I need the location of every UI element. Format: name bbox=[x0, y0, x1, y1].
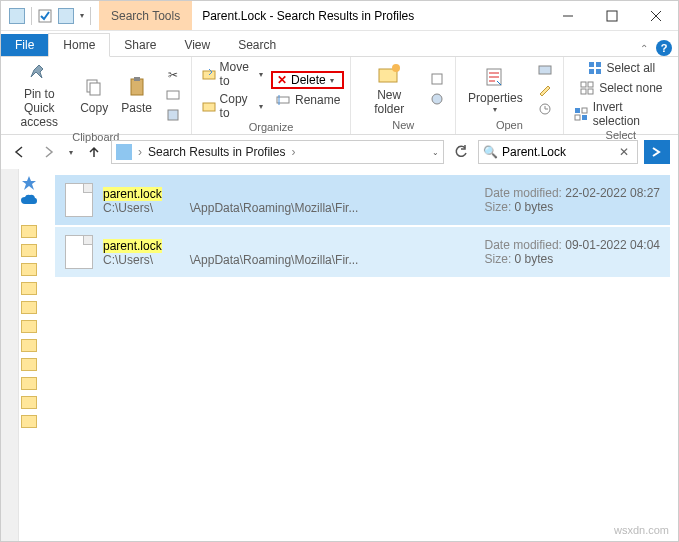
up-button[interactable] bbox=[83, 141, 105, 163]
select-none-icon bbox=[579, 80, 595, 96]
quick-access-icon[interactable] bbox=[21, 175, 37, 188]
folder-tree-item[interactable] bbox=[21, 339, 37, 352]
clear-search-icon[interactable]: ✕ bbox=[615, 145, 633, 159]
search-go-button[interactable] bbox=[644, 140, 670, 164]
select-none-button[interactable]: Select none bbox=[570, 79, 672, 97]
pin-icon bbox=[27, 61, 51, 85]
svg-rect-12 bbox=[203, 103, 215, 111]
location-icon bbox=[116, 144, 132, 160]
folder-tree-item[interactable] bbox=[21, 320, 37, 333]
file-name: parent.lock bbox=[103, 185, 475, 201]
folder-tree-item[interactable] bbox=[21, 263, 37, 276]
open-icon bbox=[537, 61, 553, 77]
window-controls bbox=[546, 1, 678, 31]
group-new: New folder New bbox=[351, 57, 456, 134]
folder-tree-item[interactable] bbox=[21, 415, 37, 428]
window-title: Parent.Lock - Search Results in Profiles bbox=[192, 9, 546, 23]
folder-tree-item[interactable] bbox=[21, 225, 37, 238]
paste-shortcut-button[interactable] bbox=[161, 106, 185, 124]
separator bbox=[90, 7, 91, 25]
svg-rect-24 bbox=[589, 69, 594, 74]
svg-rect-26 bbox=[581, 82, 586, 87]
cut-icon: ✂ bbox=[165, 67, 181, 83]
explorer-icon bbox=[9, 8, 25, 24]
delete-icon: ✕ bbox=[277, 73, 287, 87]
svg-rect-28 bbox=[581, 89, 586, 94]
maximize-button[interactable] bbox=[590, 1, 634, 31]
new-folder-icon[interactable] bbox=[58, 8, 74, 24]
qat-dropdown-icon[interactable]: ▾ bbox=[80, 11, 84, 20]
copy-button[interactable]: Copy bbox=[75, 73, 112, 117]
svg-point-18 bbox=[432, 94, 442, 104]
collapse-ribbon-icon[interactable]: ⌃ bbox=[640, 43, 648, 54]
history-button[interactable] bbox=[533, 100, 557, 118]
group-label: New bbox=[357, 119, 449, 132]
rename-button[interactable]: Rename bbox=[271, 91, 344, 109]
nav-scrollbar[interactable] bbox=[1, 169, 19, 541]
folder-tree-item[interactable] bbox=[21, 301, 37, 314]
group-organize: Move to▾ Copy to▾ ✕ Delete▾ Rename Organ… bbox=[192, 57, 352, 134]
breadcrumb-sep-icon: › bbox=[138, 145, 142, 159]
tab-share[interactable]: Share bbox=[110, 34, 170, 56]
edit-button[interactable] bbox=[533, 80, 557, 98]
svg-rect-32 bbox=[575, 115, 580, 120]
pin-to-quick-access-button[interactable]: Pin to Quick access bbox=[7, 59, 71, 131]
easy-access-button[interactable] bbox=[425, 90, 449, 108]
tab-view[interactable]: View bbox=[170, 34, 224, 56]
address-dropdown-icon[interactable]: ⌄ bbox=[432, 148, 439, 157]
file-icon bbox=[65, 183, 93, 217]
navigation-tree bbox=[19, 169, 47, 541]
separator bbox=[31, 7, 32, 25]
svg-rect-7 bbox=[131, 79, 143, 95]
invert-selection-button[interactable]: Invert selection bbox=[570, 99, 672, 129]
result-item[interactable]: parent.lock C:\Users\ \AppData\Roaming\M… bbox=[55, 175, 670, 225]
watermark: wsxdn.com bbox=[614, 524, 669, 536]
file-name: parent.lock bbox=[103, 237, 475, 253]
minimize-button[interactable] bbox=[546, 1, 590, 31]
file-meta: Date modified: 09-01-2022 04:04 Size: 0 … bbox=[485, 238, 660, 266]
cut-button[interactable]: ✂ bbox=[161, 66, 185, 84]
select-all-button[interactable]: Select all bbox=[570, 59, 672, 77]
breadcrumb[interactable]: Search Results in Profiles bbox=[148, 145, 285, 159]
help-icon[interactable]: ? bbox=[656, 40, 672, 56]
address-bar[interactable]: › Search Results in Profiles › ⌄ bbox=[111, 140, 444, 164]
title-bar: ▾ Search Tools Parent.Lock - Search Resu… bbox=[1, 1, 678, 31]
close-button[interactable] bbox=[634, 1, 678, 31]
tab-home[interactable]: Home bbox=[48, 33, 110, 57]
recent-dropdown-icon[interactable]: ▾ bbox=[65, 141, 77, 163]
forward-button[interactable] bbox=[37, 141, 59, 163]
history-icon bbox=[537, 101, 553, 117]
search-tools-context-tab[interactable]: Search Tools bbox=[99, 1, 192, 30]
new-item-button[interactable] bbox=[425, 70, 449, 88]
paste-button[interactable]: Paste bbox=[117, 73, 157, 117]
new-item-icon bbox=[429, 71, 445, 87]
move-to-button[interactable]: Move to▾ bbox=[198, 59, 267, 89]
folder-tree-item[interactable] bbox=[21, 396, 37, 409]
copy-path-button[interactable] bbox=[161, 86, 185, 104]
tab-file[interactable]: File bbox=[1, 34, 48, 56]
edit-icon bbox=[537, 81, 553, 97]
invert-selection-icon bbox=[574, 106, 589, 122]
folder-tree-item[interactable] bbox=[21, 244, 37, 257]
folder-tree-item[interactable] bbox=[21, 377, 37, 390]
group-label: Open bbox=[462, 119, 557, 132]
properties-button[interactable]: Properties ▾ bbox=[462, 63, 529, 116]
open-button[interactable] bbox=[533, 60, 557, 78]
properties-icon bbox=[483, 65, 507, 89]
tab-search[interactable]: Search bbox=[224, 34, 290, 56]
checkbox-icon[interactable] bbox=[38, 9, 52, 23]
group-open: Properties ▾ Open bbox=[456, 57, 564, 134]
new-folder-button[interactable]: New folder bbox=[357, 60, 421, 118]
file-path: C:\Users\ \AppData\Roaming\Mozilla\Fir..… bbox=[103, 201, 475, 215]
search-box[interactable]: 🔍 Parent.Lock ✕ bbox=[478, 140, 638, 164]
copy-to-button[interactable]: Copy to▾ bbox=[198, 91, 267, 121]
svg-point-16 bbox=[392, 64, 400, 72]
back-button[interactable] bbox=[9, 141, 31, 163]
delete-button[interactable]: ✕ Delete▾ bbox=[271, 71, 344, 89]
refresh-button[interactable] bbox=[450, 141, 472, 163]
onedrive-icon[interactable] bbox=[21, 194, 37, 207]
folder-tree-item[interactable] bbox=[21, 282, 37, 295]
folder-tree-item[interactable] bbox=[21, 358, 37, 371]
svg-rect-6 bbox=[90, 83, 100, 95]
result-item[interactable]: parent.lock C:\Users\ \AppData\Roaming\M… bbox=[55, 227, 670, 277]
